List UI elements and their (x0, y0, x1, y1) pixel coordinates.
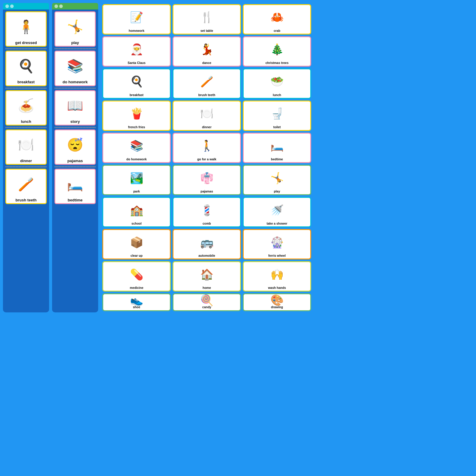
grid-card: 🦀 crab (243, 4, 311, 35)
grid-card: 🍽️ dinner (173, 101, 241, 131)
grid-card-icon: 🍴 (175, 6, 239, 29)
grid-card-label: park (133, 190, 140, 193)
grid-card-icon: 🍽️ (175, 102, 239, 126)
card-icon: 🛏️ (57, 171, 94, 198)
left-chart-tab (3, 3, 49, 10)
grid-card-label: shoe (133, 306, 140, 309)
grid-card-label: brush teeth (198, 93, 215, 97)
card-label: story (71, 120, 80, 124)
grid-card-label: set table (201, 29, 213, 33)
grid-card-label: breakfast (130, 93, 144, 97)
grid-card: 🎅 Santa Claus (102, 36, 171, 67)
left-pocket-chart: 🧍 get dressed 🍳 breakfast 🍝 lunch 🍽️ din… (3, 3, 49, 312)
card-label: lunch (21, 120, 31, 124)
grid-card: 🥗 lunch (243, 68, 311, 99)
velcro-strip (5, 127, 47, 128)
card-icon: 📖 (57, 92, 94, 119)
grid-card-icon: 💈 (175, 198, 239, 222)
grid-card-label: Santa Claus (128, 61, 145, 65)
card-icon: 🍽️ (7, 131, 45, 158)
grid-card-label: pajamas (201, 190, 213, 193)
grid-card-label: candy (202, 306, 211, 309)
grid-card: 📦 clear up (102, 229, 171, 259)
grid-card-icon: 🏠 (175, 263, 239, 286)
right-chart-tab (52, 3, 98, 10)
grid-card-icon: 🚶 (175, 134, 239, 158)
grid-card-label: wash hands (268, 286, 286, 290)
chart-card: 🍽️ dinner (5, 129, 47, 165)
chart-card: 😴 pajamas (54, 129, 96, 165)
chart-card: 🛏️ bedtime (54, 169, 96, 204)
card-label: pajamas (67, 159, 83, 163)
grid-card-icon: 💃 (175, 38, 239, 61)
velcro-strip (54, 48, 96, 49)
grid-card-label: comb (203, 222, 211, 226)
card-grid: 📝 homework 🍴 set table 🦀 crab 🎅 Santa Cl… (101, 3, 312, 312)
grid-card: 🤸 play (243, 165, 311, 195)
card-label: play (71, 41, 79, 45)
grid-card: 👘 pajamas (173, 165, 241, 195)
grid-card-label: french fries (128, 126, 145, 129)
grid-card-icon: 📝 (104, 6, 169, 29)
grid-card-icon: 🚿 (245, 198, 309, 222)
grid-card: 💃 dance (173, 36, 241, 67)
grid-card: 🙌 wash hands (243, 261, 311, 292)
grid-card-label: homework (129, 29, 145, 33)
grid-card-icon: 🎄 (245, 38, 309, 61)
grid-card: 🍟 french fries (102, 101, 171, 131)
grid-card-label: ferris wheel (268, 254, 286, 258)
card-label: do homework (62, 80, 88, 84)
right-pocket-chart: 🤸 play 📚 do homework 📖 story 😴 pajamas 🛏… (52, 3, 98, 312)
grid-card-icon: 🙌 (245, 263, 309, 286)
card-icon: 🍳 (7, 53, 45, 79)
grid-card-label: dinner (202, 126, 212, 129)
grid-card: 🚶 go for a walk (173, 133, 241, 163)
grid-card-label: dance (202, 61, 211, 65)
grid-card-icon: 🎡 (245, 231, 309, 254)
velcro-strip (5, 48, 47, 49)
grid-card: 📝 homework (102, 4, 171, 35)
grid-card-icon: 🛏️ (245, 134, 309, 158)
grid-card-label: christmas trees (265, 61, 289, 65)
grid-card: 🍭 candy (173, 293, 241, 311)
grid-card: 🚽 toilet (243, 101, 311, 131)
chart-card: 🧍 get dressed (5, 11, 47, 47)
card-icon: 😴 (57, 131, 94, 158)
card-label: get dressed (15, 41, 37, 45)
card-label: brush teeth (15, 198, 37, 202)
velcro-strip (5, 87, 47, 89)
grid-card-icon: 🍳 (104, 70, 169, 93)
grid-card: 🎄 christmas trees (243, 36, 311, 67)
grid-card-icon: 🍟 (104, 102, 169, 126)
card-label: bedtime (68, 198, 83, 202)
grid-card-label: clear up (131, 254, 143, 258)
grid-card-icon: 🏞️ (104, 166, 169, 190)
grid-card-label: automobile (198, 254, 215, 258)
chart-card: 📚 do homework (54, 51, 96, 86)
grid-card-icon: 🦀 (245, 6, 309, 29)
grid-card-label: take a shower (267, 222, 287, 226)
grid-card: 🏠 home (173, 261, 241, 292)
grid-card-label: drawing (271, 306, 283, 309)
grid-card-label: school (131, 222, 142, 226)
chart-card: 🤸 play (54, 11, 96, 47)
grid-card: 🪥 brush teeth (173, 68, 241, 99)
grid-card-icon: 🎨 (245, 295, 309, 306)
chart-card: 🍳 breakfast (5, 51, 47, 86)
grid-card-icon: 🍭 (175, 295, 239, 306)
grid-card-icon: 🚌 (175, 231, 239, 254)
grid-card: 🍳 breakfast (102, 68, 171, 99)
card-label: breakfast (18, 80, 35, 84)
card-icon: 🤸 (57, 13, 94, 40)
card-icon: 🧍 (7, 13, 45, 40)
grid-card: 📚 do homework (102, 133, 171, 163)
grid-card-label: do homework (126, 158, 147, 161)
grid-card-label: medicine (130, 286, 143, 290)
grid-card-label: bedtime (271, 158, 283, 161)
card-icon: 📚 (57, 53, 94, 79)
chart-card: 🍝 lunch (5, 90, 47, 126)
grid-card-icon: 🪥 (175, 70, 239, 93)
grid-card-label: crab (274, 29, 280, 33)
grid-card-icon: 🚽 (245, 102, 309, 126)
grid-card: 🛏️ bedtime (243, 133, 311, 163)
